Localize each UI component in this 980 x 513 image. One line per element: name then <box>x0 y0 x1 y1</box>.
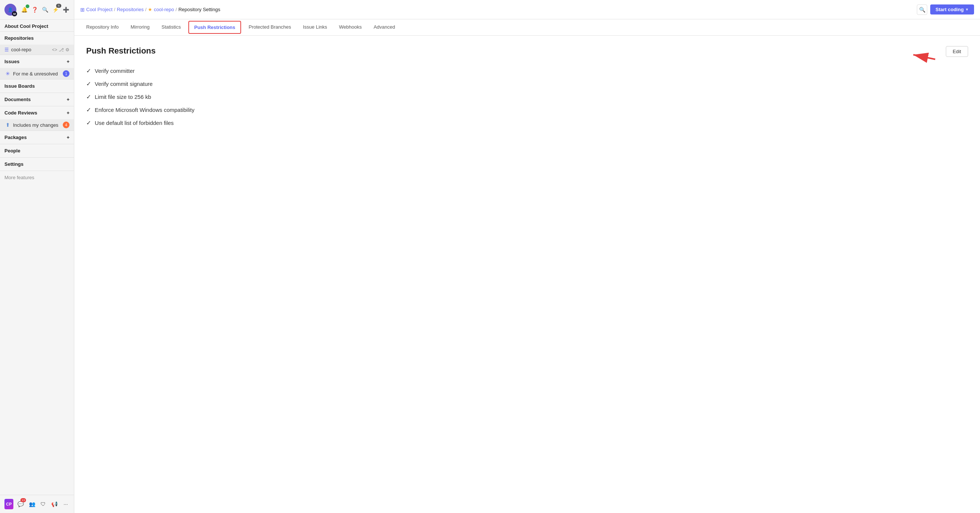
start-coding-button[interactable]: Start coding ▼ <box>930 5 974 14</box>
sidebar-item-settings[interactable]: Settings <box>0 157 74 170</box>
checklist-item-3: ✓ Limit file size to 256 kb <box>86 93 968 100</box>
tab-mirroring-label: Mirroring <box>130 24 150 30</box>
documents-label: Documents <box>5 97 31 102</box>
notification-dot <box>25 5 29 8</box>
tab-protected-branches-label: Protected Branches <box>248 24 291 30</box>
checklist-item-1: ✓ Verify committer <box>86 67 968 74</box>
tab-issue-links[interactable]: Issue Links <box>297 20 333 35</box>
tab-push-restrictions-label: Push Restrictions <box>194 24 235 30</box>
search-icon[interactable]: 🔍 <box>41 6 49 13</box>
topbar-search-button[interactable]: 🔍 <box>917 5 927 15</box>
edit-button[interactable]: Edit <box>946 46 968 57</box>
breadcrumb-repositories[interactable]: Repositories <box>117 7 143 12</box>
code-reviews-item-my-changes[interactable]: ⬆ Includes my changes 4 <box>0 119 74 131</box>
content-header: Push Restrictions Edit <box>86 46 968 57</box>
help-icon[interactable]: ❓ <box>31 6 38 13</box>
sidebar-item-documents[interactable]: Documents + <box>0 92 74 106</box>
code-review-item-icon: ⬆ <box>6 122 10 128</box>
flash-icon[interactable]: ⚡ 5 <box>52 6 59 13</box>
checklist-item-5: ✓ Use default list of forbidden files <box>86 119 968 126</box>
tab-repo-info[interactable]: Repository Info <box>80 20 124 35</box>
breadcrumb-repo[interactable]: cool-repo <box>154 7 174 12</box>
tab-statistics-label: Statistics <box>162 24 181 30</box>
check-icon-3: ✓ <box>86 93 91 100</box>
people-label: People <box>5 148 21 153</box>
documents-add-icon[interactable]: + <box>67 97 70 102</box>
breadcrumb-project[interactable]: Cool Project <box>86 7 113 12</box>
code-reviews-add-icon[interactable]: + <box>67 110 70 116</box>
top-bar: ⊞ Cool Project / Repositories / ★ cool-r… <box>74 0 980 19</box>
tabs-bar: Repository Info Mirroring Statistics Pus… <box>74 19 980 36</box>
header-icons: 🔔 ❓ 🔍 ⚡ 5 ➕ <box>21 6 70 13</box>
more-icon[interactable]: ··· <box>62 500 70 508</box>
tab-repo-info-label: Repository Info <box>86 24 119 30</box>
more-features-label: More features <box>5 175 34 180</box>
issues-label: Issues <box>5 59 19 64</box>
bottom-project-avatar[interactable]: CP <box>5 499 13 509</box>
packages-add-icon[interactable]: + <box>67 135 70 140</box>
avatar-badge: M <box>12 11 17 16</box>
check-icon-1: ✓ <box>86 67 91 74</box>
sidebar-item-issue-boards[interactable]: Issue Boards <box>0 79 74 92</box>
megaphone-icon[interactable]: 📢 <box>51 500 58 508</box>
tab-webhooks[interactable]: Webhooks <box>333 20 368 35</box>
tab-advanced[interactable]: Advanced <box>368 20 401 35</box>
issues-item-badge: 1 <box>63 70 70 77</box>
breadcrumb-current: Repository Settings <box>178 7 220 12</box>
repo-item-cool-repo[interactable]: ☰ cool-repo <> ⎇ ⚙ <box>0 45 74 55</box>
checklist-label-1: Verify committer <box>95 68 135 74</box>
code-reviews-label: Code Reviews <box>5 110 37 116</box>
add-icon[interactable]: ➕ <box>62 6 70 13</box>
issues-add-icon[interactable]: + <box>67 59 70 64</box>
checklist-label-3: Limit file size to 256 kb <box>95 94 151 100</box>
tab-protected-branches[interactable]: Protected Branches <box>243 20 297 35</box>
sidebar-item-issues[interactable]: Issues + <box>0 55 74 68</box>
check-icon-5: ✓ <box>86 119 91 126</box>
page-title: Push Restrictions <box>86 46 156 56</box>
code-icon[interactable]: <> <box>52 47 57 53</box>
code-reviews-item-badge: 4 <box>63 121 70 128</box>
sidebar-item-more-features[interactable]: More features <box>0 170 74 184</box>
flash-count: 5 <box>56 4 61 8</box>
top-bar-actions: 🔍 Start coding ▼ <box>917 5 974 15</box>
branch-icon[interactable]: ⎇ <box>59 47 64 53</box>
tab-push-restrictions[interactable]: Push Restrictions <box>188 21 242 34</box>
main-content: ⊞ Cool Project / Repositories / ★ cool-r… <box>74 0 980 513</box>
repo-icon: ☰ <box>5 47 9 53</box>
issue-boards-label: Issue Boards <box>5 83 35 89</box>
check-icon-2: ✓ <box>86 80 91 88</box>
user-avatar[interactable]: 👤 M <box>5 4 16 16</box>
tab-mirroring[interactable]: Mirroring <box>124 20 155 35</box>
repo-name: cool-repo <box>11 47 50 53</box>
issues-item-for-me[interactable]: ✳ For me & unresolved 1 <box>0 68 74 79</box>
chat-icon[interactable]: 💬 13 <box>17 500 24 508</box>
tab-webhooks-label: Webhooks <box>339 24 362 30</box>
page-content: Push Restrictions Edit ✓ Verify committe… <box>74 36 980 513</box>
shield-icon[interactable]: 🛡 <box>40 500 47 508</box>
sidebar-item-packages[interactable]: Packages + <box>0 131 74 144</box>
code-reviews-item-label: Includes my changes <box>13 122 58 128</box>
sidebar-item-code-reviews[interactable]: Code Reviews + <box>0 106 74 119</box>
checklist-label-5: Use default list of forbidden files <box>95 120 174 126</box>
sidebar: 👤 M 🔔 ❓ 🔍 ⚡ 5 ➕ About Cool Project Repos… <box>0 0 74 513</box>
sidebar-item-people[interactable]: People <box>0 144 74 157</box>
tab-statistics[interactable]: Statistics <box>156 20 187 35</box>
chat-badge: 13 <box>21 498 26 502</box>
checklist-label-2: Verify commit signature <box>95 81 153 87</box>
breadcrumb-sep1: / <box>114 7 116 12</box>
sidebar-bottom: CP 💬 13 👥 🛡 📢 ··· <box>0 495 74 513</box>
repositories-label: Repositories <box>5 35 34 41</box>
about-section: About Cool Project <box>0 20 74 31</box>
checklist-item-2: ✓ Verify commit signature <box>86 80 968 88</box>
notifications-icon[interactable]: 🔔 <box>21 6 28 13</box>
tab-advanced-label: Advanced <box>374 24 395 30</box>
settings-icon[interactable]: ⚙ <box>65 47 70 53</box>
push-restrictions-checklist: ✓ Verify committer ✓ Verify commit signa… <box>86 67 968 126</box>
issues-item-label: For me & unresolved <box>13 71 58 76</box>
packages-label: Packages <box>5 135 27 140</box>
repo-actions: <> ⎇ ⚙ <box>52 47 70 53</box>
sidebar-item-repositories[interactable]: Repositories <box>0 31 74 45</box>
start-coding-label: Start coding <box>935 7 964 12</box>
start-coding-arrow: ▼ <box>965 8 969 11</box>
team-icon[interactable]: 👥 <box>28 500 36 508</box>
